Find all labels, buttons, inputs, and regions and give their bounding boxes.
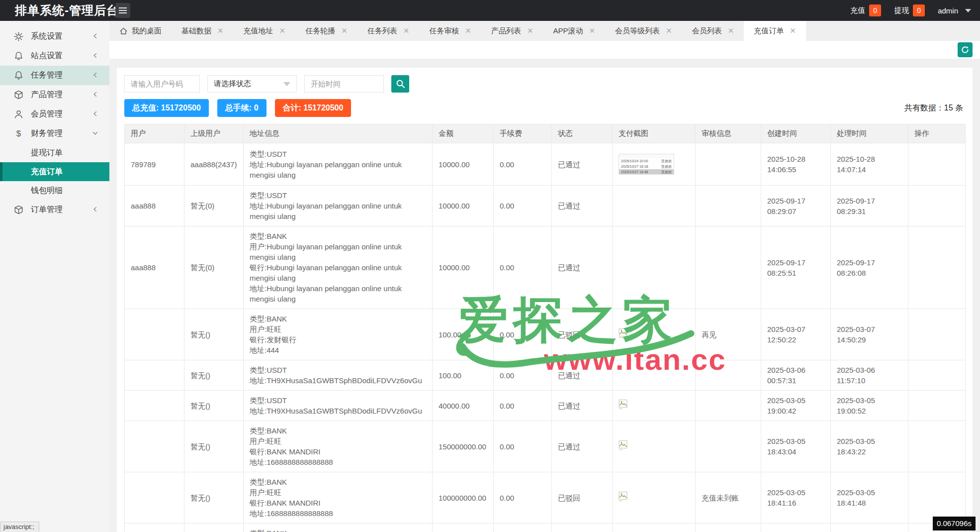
cell-parent-user: 暂无(0) xyxy=(184,226,244,309)
start-time-input[interactable] xyxy=(304,75,384,93)
cell-address-info: 类型:USDT地址:TH9XHusaSa1GWBTSphBDodiLFDVVz6… xyxy=(244,360,433,391)
sidebar-item-1[interactable]: 系统设置 xyxy=(0,27,109,46)
table-row: aaa888暂无(0)类型:BANK用户:Hubungi layanan pel… xyxy=(125,226,966,309)
broken-image-icon[interactable] xyxy=(619,403,628,411)
tab-任务列表[interactable]: 任务列表✕ xyxy=(357,21,420,41)
cell-processed-time: 2025-03-06 11:57:10 xyxy=(831,360,908,391)
broken-image-icon[interactable] xyxy=(619,495,628,503)
sidebar-item-6[interactable]: $财务管理 xyxy=(0,124,109,143)
sidebar-item-3[interactable]: 任务管理 xyxy=(0,66,109,85)
cell-created-time: 2025-03-06 00:57:31 xyxy=(761,360,831,391)
broken-image-icon[interactable] xyxy=(619,331,628,340)
tab-bar: 我的桌面基础数据✕充值地址✕任务轮播✕任务列表✕任务审核✕产品列表✕APP滚动✕… xyxy=(109,21,980,41)
withdraw-notice[interactable]: 提现 0 xyxy=(894,4,925,16)
gear-icon xyxy=(14,32,23,41)
tab-产品列表[interactable]: 产品列表✕ xyxy=(481,21,543,41)
tab-close-icon[interactable]: ✕ xyxy=(465,26,471,35)
tab-close-icon[interactable]: ✕ xyxy=(728,26,734,35)
tab-label: 产品列表 xyxy=(491,26,521,36)
tab-label: 会员等级列表 xyxy=(615,26,660,36)
tab-close-icon[interactable]: ✕ xyxy=(666,26,672,35)
tab-close-icon[interactable]: ✕ xyxy=(790,26,796,35)
broken-image-icon[interactable] xyxy=(619,443,628,452)
tab-close-icon[interactable]: ✕ xyxy=(341,26,348,35)
tab-label: APP滚动 xyxy=(553,26,583,36)
stat-button-1[interactable]: 总充值: 151720500 xyxy=(124,99,209,117)
cell-created-time: 2025-03-05 18:41:16 xyxy=(761,472,831,524)
sidebar-subitem[interactable]: 钱包明细 xyxy=(0,181,109,200)
table-row: 暂无()类型:BANK用户:旺旺银行:BANK MANDIRI地址:168888… xyxy=(125,421,966,472)
sidebar: 系统设置站点设置任务管理产品管理会员管理$财务管理提现订单充值订单钱包明细订单管… xyxy=(0,21,109,532)
cell-fee: 0.00 xyxy=(494,186,552,226)
sidebar-item-4[interactable]: 产品管理 xyxy=(0,85,109,105)
tab-基础数据[interactable]: 基础数据✕ xyxy=(172,21,234,41)
column-header-支付截图: 支付截图 xyxy=(613,124,696,143)
cell-fee: 0.00 xyxy=(494,524,552,532)
cell-user xyxy=(125,309,184,360)
sidebar-subitem[interactable]: 提现订单 xyxy=(0,143,109,162)
column-header-审核信息: 审核信息 xyxy=(696,124,761,143)
tab-会员列表[interactable]: 会员列表✕ xyxy=(682,21,744,41)
stats-row: 总充值: 151720500总手续: 0合计: 151720500共有数据：15… xyxy=(124,99,965,117)
page-load-time[interactable]: 0.067096s xyxy=(933,517,976,531)
tab-close-icon[interactable]: ✕ xyxy=(403,26,410,35)
tab-任务审核[interactable]: 任务审核✕ xyxy=(419,21,481,41)
payment-screenshot-thumbnail[interactable]: 2025/10/24 10:00交易类2025/10/27 16:18交易类20… xyxy=(619,154,674,175)
sidebar-subitem[interactable]: 充值订单 xyxy=(0,162,109,181)
sidebar-item-label: 会员管理 xyxy=(31,109,63,119)
status-select[interactable]: 请选择状态 xyxy=(207,75,297,93)
cell-payment-screenshot xyxy=(613,186,696,226)
sidebar-item-label: 产品管理 xyxy=(31,90,63,100)
cell-processed-time: 2025-09-17 08:26:08 xyxy=(831,226,908,309)
chevron-left-icon xyxy=(92,71,98,80)
cell-amount: 100000000.00 xyxy=(433,472,494,524)
tab-任务轮播[interactable]: 任务轮播✕ xyxy=(295,21,357,41)
cell-amount: 10000.00 xyxy=(433,186,494,226)
tab-充值地址[interactable]: 充值地址✕ xyxy=(234,21,296,41)
recharge-notice[interactable]: 充值 0 xyxy=(850,4,881,16)
chevron-left-icon xyxy=(92,110,98,119)
refresh-icon xyxy=(961,45,970,54)
cell-fee: 0.00 xyxy=(494,309,552,360)
sidebar-item-2[interactable]: 站点设置 xyxy=(0,46,109,66)
tab-close-icon[interactable]: ✕ xyxy=(217,26,224,35)
cell-user xyxy=(125,524,184,532)
tab-会员等级列表[interactable]: 会员等级列表✕ xyxy=(605,21,682,41)
sidebar-subitem-label: 钱包明细 xyxy=(31,186,63,196)
user-number-input[interactable] xyxy=(124,75,200,93)
tab-label: 充值订单 xyxy=(754,26,784,36)
cell-user xyxy=(125,360,184,391)
search-button[interactable] xyxy=(391,75,409,93)
stat-button-3[interactable]: 合计: 151720500 xyxy=(275,99,352,117)
cell-processed-time: 2025-03-05 18:41:48 xyxy=(831,472,908,524)
refresh-button[interactable] xyxy=(958,42,973,57)
tab-我的桌面[interactable]: 我的桌面 xyxy=(109,21,172,41)
chevron-down-icon xyxy=(92,129,98,138)
cell-payment-screenshot xyxy=(613,421,696,472)
tab-label: 任务轮播 xyxy=(305,26,335,36)
sidebar-item-label: 任务管理 xyxy=(31,70,63,81)
cube-icon xyxy=(14,90,23,100)
toolbar-strip xyxy=(109,41,980,59)
cell-review-info xyxy=(696,421,761,472)
cell-actions xyxy=(908,226,966,309)
sidebar-item-7[interactable]: 订单管理 xyxy=(0,200,109,219)
tab-APP滚动[interactable]: APP滚动✕ xyxy=(543,21,605,41)
user-name: admin xyxy=(938,6,958,15)
tab-close-icon[interactable]: ✕ xyxy=(527,26,534,35)
tab-close-icon[interactable]: ✕ xyxy=(589,26,595,35)
cell-payment-screenshot xyxy=(613,472,696,524)
column-header-用户: 用户 xyxy=(125,124,184,143)
cell-actions xyxy=(908,143,966,186)
tab-close-icon[interactable]: ✕ xyxy=(279,26,286,35)
tab-充值订单[interactable]: 充值订单✕ xyxy=(744,21,806,41)
cell-parent-user: 暂无() xyxy=(184,309,244,360)
hamburger-menu-icon[interactable] xyxy=(115,3,130,18)
cell-address-info: 类型:BANK用户:旺旺银行:BANK MANDIRI地址:1688888888… xyxy=(244,472,433,524)
recharge-count-badge: 0 xyxy=(869,4,881,16)
cell-amount: 100.00 xyxy=(433,360,494,391)
user-menu[interactable]: admin xyxy=(938,6,971,15)
cell-review-info xyxy=(696,186,761,226)
stat-button-2[interactable]: 总手续: 0 xyxy=(217,99,267,117)
sidebar-item-5[interactable]: 会员管理 xyxy=(0,105,109,124)
